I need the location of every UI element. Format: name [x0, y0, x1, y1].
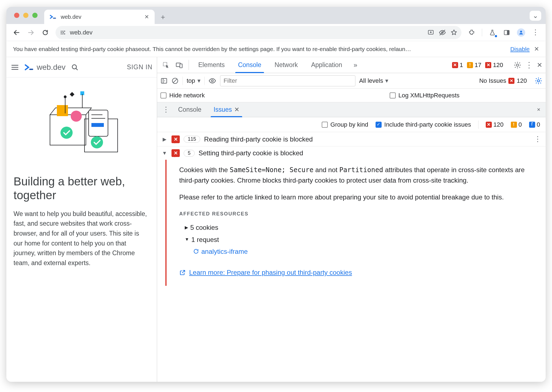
devtools-close-icon[interactable]: ✕	[537, 61, 542, 69]
svg-rect-21	[70, 92, 74, 97]
address-bar[interactable]: web.dev	[56, 26, 461, 39]
extensions-icon[interactable]	[465, 26, 478, 39]
issue-paragraph: Cookies with the SameSite=None; Secure a…	[179, 165, 537, 185]
svg-point-8	[520, 31, 522, 33]
browser-tab[interactable]: web.dev ✕	[44, 10, 155, 24]
svg-point-3	[64, 33, 65, 34]
affected-cookies[interactable]: ▶5 cookies	[179, 222, 537, 233]
svg-rect-18	[91, 123, 104, 127]
signin-link[interactable]: SIGN IN	[127, 63, 152, 71]
window-controls	[14, 13, 38, 18]
issue-title: Reading third-party cookie is blocked	[204, 135, 313, 143]
tab-application[interactable]: Application	[305, 57, 348, 73]
hide-network-checkbox[interactable]: Hide network	[160, 92, 205, 99]
tab-overflow-button[interactable]: ⌄	[530, 11, 541, 21]
menu-icon[interactable]	[11, 63, 19, 71]
warnings-badge[interactable]: !17	[467, 62, 481, 69]
devtools-menu-icon[interactable]: ⋮	[525, 60, 533, 70]
devtools-panel: Elements Console Network Application » ✕…	[157, 57, 546, 382]
close-window-button[interactable]	[14, 13, 19, 18]
refresh-icon	[193, 248, 199, 254]
svg-point-13	[71, 111, 82, 122]
search-icon[interactable]	[71, 63, 79, 71]
tab-overflow-icon[interactable]: »	[349, 57, 361, 73]
eye-off-icon[interactable]	[437, 27, 448, 38]
learn-more-link[interactable]: Learn more: Prepare for phasing out thir…	[189, 267, 352, 278]
issues-red-count: ✕120	[486, 121, 504, 128]
svg-point-32	[211, 80, 213, 82]
issue-menu-icon[interactable]: ⋮	[534, 135, 541, 143]
back-button[interactable]	[10, 26, 23, 39]
install-app-icon[interactable]	[426, 27, 436, 38]
webdev-favicon	[50, 13, 57, 20]
device-toggle-icon[interactable]	[173, 57, 185, 73]
levels-selector[interactable]: All levels ▾	[359, 77, 389, 84]
group-by-kind-checkbox[interactable]: Group by kind	[322, 121, 368, 128]
log-xhr-checkbox[interactable]: Log XMLHttpRequests	[390, 92, 459, 99]
no-issues-indicator[interactable]: No Issues ✕ 120	[479, 77, 527, 84]
tab-title: web.dev	[61, 14, 81, 20]
tab-elements[interactable]: Elements	[192, 57, 231, 73]
issue-count: 115	[184, 136, 200, 143]
inspect-icon[interactable]	[160, 57, 172, 73]
error-badge-icon: ✕	[171, 149, 180, 157]
info-bar: You have enabled testing third-party coo…	[6, 41, 546, 57]
site-logo[interactable]: web.dev	[25, 63, 65, 72]
request-link[interactable]: analytics-iframe	[201, 246, 248, 257]
tab-network[interactable]: Network	[268, 57, 304, 73]
disclosure-down-icon[interactable]: ▼	[162, 150, 168, 156]
disclosure-down-icon: ▼	[185, 236, 189, 243]
browser-toolbar: web.dev ⋮	[6, 24, 546, 41]
live-expression-icon[interactable]	[208, 77, 216, 85]
hero-body: We want to help you build beautiful, acc…	[14, 209, 150, 268]
profile-avatar[interactable]	[515, 26, 527, 39]
affected-requests[interactable]: ▼1 request	[179, 234, 537, 246]
forward-button[interactable]	[25, 26, 37, 39]
include-3p-checkbox[interactable]: Include third-party cookie issues	[376, 121, 471, 128]
info-bar-action[interactable]: Disable	[510, 46, 530, 52]
browser-window: web.dev ✕ ＋ ⌄ web.dev ⋮ You have enabled…	[6, 7, 546, 382]
info-bar-close-icon[interactable]: ✕	[534, 46, 539, 53]
close-tab-icon[interactable]: ✕	[144, 14, 149, 20]
settings-gear-icon[interactable]	[514, 61, 521, 69]
error-badge-icon: ✕	[171, 135, 180, 143]
new-tab-button[interactable]: ＋	[157, 11, 169, 23]
learn-more-row: Learn more: Prepare for phasing out thir…	[179, 267, 537, 278]
svg-point-2	[63, 32, 64, 33]
toggle-sidebar-icon[interactable]	[160, 77, 168, 84]
issues-toolbar: Group by kind Include third-party cookie…	[157, 117, 546, 132]
reload-button[interactable]	[39, 26, 52, 39]
browser-menu-icon[interactable]: ⋮	[529, 26, 542, 39]
drawer-close-icon[interactable]: ✕	[531, 102, 546, 117]
issue-row-collapsed[interactable]: ▶ ✕ 115 Reading third-party cookie is bl…	[157, 132, 546, 146]
console-settings-row: Hide network Log XMLHttpRequests	[157, 89, 546, 102]
close-tab-icon[interactable]: ✕	[234, 106, 239, 113]
svg-point-29	[516, 64, 519, 66]
webdev-logo-icon	[25, 63, 34, 72]
minimize-window-button[interactable]	[23, 13, 28, 18]
filter-input[interactable]	[220, 75, 355, 86]
drawer-menu-icon[interactable]: ⋮	[160, 102, 172, 117]
labs-icon[interactable]	[486, 26, 499, 39]
issue-row-expanded[interactable]: ▼ ✕ 5 Setting third-party cookie is bloc…	[157, 146, 546, 160]
svg-point-20	[91, 136, 103, 148]
bookmark-star-icon[interactable]	[449, 27, 459, 38]
svg-rect-9	[29, 68, 33, 70]
svg-point-19	[60, 127, 73, 139]
site-settings-icon[interactable]	[58, 27, 68, 38]
drawer-tab-console[interactable]: Console	[172, 102, 207, 117]
drawer-tab-issues[interactable]: Issues ✕	[207, 102, 245, 117]
disclosure-right-icon[interactable]: ▶	[162, 136, 168, 142]
context-selector[interactable]: top ▾	[187, 77, 200, 84]
drawer-tabbar: ⋮ Console Issues ✕ ✕	[157, 102, 546, 117]
hero-illustration	[42, 89, 122, 155]
tab-console[interactable]: Console	[232, 57, 267, 73]
request-link-row[interactable]: analytics-iframe	[179, 246, 537, 257]
console-toolbar: top ▾ All levels ▾ No Issues ✕ 120	[157, 73, 546, 89]
console-settings-gear-icon[interactable]	[535, 77, 542, 85]
maximize-window-button[interactable]	[32, 13, 38, 18]
side-panel-icon[interactable]	[500, 26, 513, 39]
errors-badge[interactable]: ✕1	[452, 62, 463, 69]
issues-badge[interactable]: ✕120	[485, 62, 503, 69]
clear-console-icon[interactable]	[171, 77, 179, 84]
